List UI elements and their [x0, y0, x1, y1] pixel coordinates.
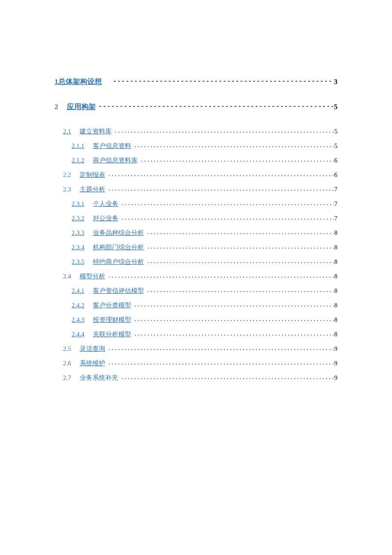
toc-entry-page: 5: [334, 142, 338, 150]
toc-entry-page: 8: [334, 244, 338, 251]
toc-entry: 2.3.5特约商户综合分析8: [72, 257, 337, 266]
toc-entry-title[interactable]: 对公业务: [93, 214, 118, 223]
toc-entry-title[interactable]: 特约商户综合分析: [93, 258, 144, 266]
toc-entry-title[interactable]: 客户资信评估模型: [93, 287, 144, 295]
toc-entry-title[interactable]: 模型分析: [80, 272, 105, 280]
toc-entry-page: 7: [334, 200, 338, 208]
toc-entry-title[interactable]: 灵活查询: [80, 345, 105, 353]
toc-entry-number[interactable]: 2.1.2: [72, 157, 84, 164]
toc-entry-number[interactable]: 2.4.4: [72, 331, 84, 338]
toc-entry-page: 8: [334, 287, 338, 295]
toc-entry-page: 5: [334, 103, 338, 111]
toc-entry: 2.3.1个人业务7: [72, 199, 337, 208]
toc-entry: 2.4.4关联分析模型8: [72, 330, 337, 338]
toc-entry-number: 2.2: [63, 171, 71, 179]
toc-entry-title[interactable]: 系统维护: [80, 359, 105, 367]
toc-entry-title[interactable]: 客户分类模型: [93, 301, 131, 309]
toc-entry-joined[interactable]: 1总体架构设想: [55, 77, 102, 87]
leader-dots: [133, 301, 334, 307]
toc-entry-title[interactable]: 个人业务: [93, 200, 118, 208]
toc-entry-title[interactable]: 关联分析模型: [93, 330, 131, 338]
toc-entry-page: 8: [334, 229, 338, 237]
leader-dots: [120, 214, 334, 220]
toc-entry-number[interactable]: 2.4.2: [72, 302, 84, 309]
leader-dashes: [98, 102, 333, 109]
toc-container: 1总体架构设想32应用构架52.1建立资料库52.1.1客户信息资料52.1.2…: [0, 0, 392, 382]
toc-entry: 2.2定制报表6: [63, 171, 337, 179]
leader-dots: [107, 359, 334, 365]
toc-entry-page: 5: [334, 128, 338, 135]
toc-entry: 2.5灵活查询9: [63, 344, 337, 353]
leader-dots: [146, 286, 334, 293]
toc-entry-page: 9: [334, 374, 338, 382]
toc-entry-number[interactable]: 2.3.3: [72, 229, 84, 237]
leader-dots: [107, 344, 334, 351]
toc-entry-page: 8: [334, 302, 338, 309]
leader-dots: [120, 373, 334, 380]
toc-entry-title[interactable]: 投资理财模型: [93, 316, 131, 324]
toc-entry-page: 6: [334, 157, 338, 164]
toc-entry-page: 7: [334, 186, 338, 193]
toc-list: 1总体架构设想32应用构架52.1建立资料库52.1.1客户信息资料52.1.2…: [55, 77, 337, 382]
toc-entry-title[interactable]: 定制报表: [80, 171, 105, 179]
leader-dots: [133, 315, 334, 322]
toc-entry-number[interactable]: 2.3.1: [72, 200, 84, 208]
toc-entry-number: 2.6: [63, 360, 71, 367]
leader-dots: [133, 142, 334, 148]
toc-entry-page: 7: [334, 215, 338, 222]
toc-entry-number[interactable]: 2.4.3: [72, 316, 84, 324]
toc-entry: 2.3主题分析7: [63, 185, 337, 194]
toc-entry-title[interactable]: 业务品种综合分析: [93, 229, 144, 237]
leader-dots: [113, 127, 334, 133]
toc-entry-title: 业务系统补充: [80, 374, 118, 382]
toc-entry-number: 2.3: [63, 186, 71, 193]
toc-entry: 2.3.4机构部门综合分析8: [72, 243, 337, 251]
toc-entry: 2.7业务系统补充9: [63, 373, 337, 382]
toc-entry-number[interactable]: 2.3.5: [72, 258, 84, 266]
leader-dashes: [112, 77, 333, 84]
toc-entry-title[interactable]: 建立资料库: [80, 127, 112, 136]
toc-entry-page: 8: [334, 273, 338, 280]
toc-entry: 1总体架构设想3: [55, 77, 337, 87]
toc-entry-number[interactable]: 2.3.4: [72, 244, 84, 251]
toc-entry-page: 6: [334, 171, 338, 179]
toc-entry-number: 2.7: [63, 374, 71, 382]
toc-entry: 2.1.2商户信息资料库6: [72, 156, 337, 165]
toc-entry: 2.3.3业务品种综合分析8: [72, 228, 337, 237]
toc-entry: 2.6系统维护9: [63, 359, 337, 367]
toc-entry-title[interactable]: 商户信息资料库: [93, 156, 138, 165]
toc-entry: 2.1.1客户信息资料5: [72, 142, 337, 150]
toc-entry-number[interactable]: 2.1: [63, 128, 71, 135]
toc-entry-page: 8: [334, 316, 338, 324]
leader-dots: [146, 228, 334, 235]
leader-dots: [146, 243, 334, 249]
leader-dots: [107, 185, 334, 191]
toc-entry-page: 8: [334, 331, 338, 338]
toc-entry-number[interactable]: 2.4.1: [72, 287, 84, 295]
toc-entry: 2.1建立资料库5: [63, 127, 337, 136]
toc-entry: 2.4.2客户分类模型8: [72, 301, 337, 309]
leader-dots: [107, 272, 334, 278]
toc-entry: 2.3.2对公业务7: [72, 214, 337, 223]
leader-dots: [107, 171, 334, 177]
toc-entry: 2应用构架5: [55, 102, 337, 112]
toc-entry: 2.4模型分析8: [63, 272, 337, 280]
toc-entry-title[interactable]: 机构部门综合分析: [93, 243, 144, 251]
toc-entry-title[interactable]: 主题分析: [80, 185, 105, 194]
toc-entry: 2.4.3投资理财模型8: [72, 315, 337, 324]
toc-entry-number: 2.5: [63, 345, 71, 353]
toc-entry-number[interactable]: 2.3.2: [72, 215, 84, 222]
toc-entry-title[interactable]: 应用构架: [67, 102, 96, 112]
leader-dots: [139, 156, 334, 162]
toc-entry-page: 3: [334, 78, 338, 86]
leader-dots: [133, 330, 334, 336]
leader-dots: [120, 199, 334, 206]
toc-entry-page: 9: [334, 360, 338, 367]
toc-entry-page: 8: [334, 258, 338, 266]
toc-entry-number[interactable]: 2.1.1: [72, 142, 84, 150]
toc-entry-title[interactable]: 客户信息资料: [93, 142, 131, 150]
toc-entry-page: 9: [334, 345, 338, 353]
leader-dots: [146, 257, 334, 264]
toc-entry-number: 2.4: [63, 273, 71, 280]
toc-entry-number: 2: [55, 103, 58, 111]
